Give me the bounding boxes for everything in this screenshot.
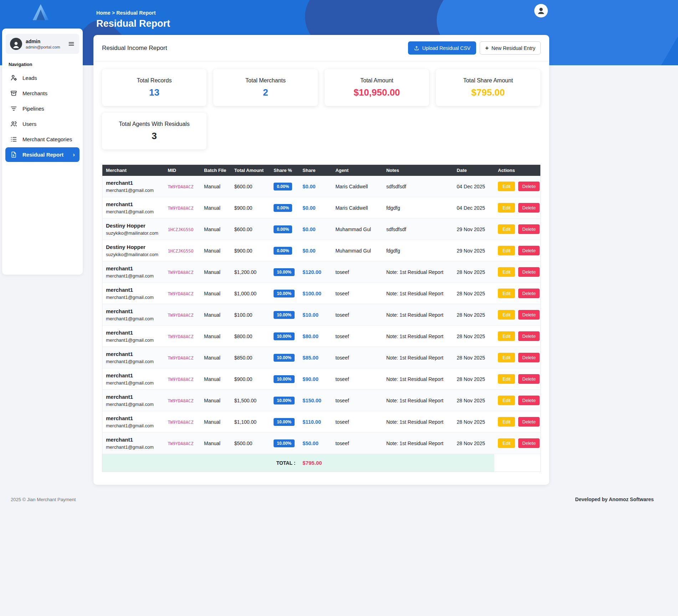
edit-button[interactable]: Edit (498, 417, 515, 427)
total-amount-cell: $850.00 (231, 347, 270, 368)
stat-label: Total Amount (360, 77, 393, 84)
users-icon (10, 120, 17, 128)
date-cell: 28 Nov 2025 (453, 368, 494, 390)
merchant-mid: 1HCZJKG5SO (168, 249, 193, 254)
notes-cell: sdfsdfsdf (383, 219, 453, 240)
delete-button[interactable]: Delete (518, 438, 540, 448)
date-cell: 29 Nov 2025 (453, 219, 494, 240)
batch-file-cell: Manual (200, 411, 231, 433)
merchant-mid: TW9YDA8ACZ (168, 184, 193, 189)
share-amount: $120.00 (302, 269, 321, 275)
table-row: merchant1 merchant1@gmail.com TW9YDA8ACZ… (102, 390, 540, 411)
share-amount: $85.00 (302, 355, 318, 361)
header-user-avatar[interactable] (534, 4, 548, 17)
share-amount: $80.00 (302, 334, 318, 339)
merchant-cell: merchant1 merchant1@gmail.com (102, 326, 164, 347)
merchant-email: suzykiko@mailinator.com (106, 230, 160, 236)
batch-file-cell: Manual (200, 304, 231, 326)
delete-button[interactable]: Delete (518, 289, 540, 298)
merchant-email: merchant1@gmail.com (106, 273, 160, 279)
share-amount: $0.00 (302, 226, 315, 232)
merchant-mid: TW9YDA8ACZ (168, 313, 193, 318)
upload-residual-csv-button[interactable]: Upload Residual CSV (408, 41, 476, 55)
delete-button[interactable]: Delete (518, 246, 540, 255)
edit-button[interactable]: Edit (498, 203, 515, 213)
share-amount: $0.00 (302, 248, 315, 254)
residual-table: MerchantMIDBatch FileTotal AmountShare %… (102, 165, 540, 472)
merchant-mid: TW9YDA8ACZ (168, 291, 193, 296)
delete-button[interactable]: Delete (518, 224, 540, 234)
total-amount-cell: $600.00 (231, 219, 270, 240)
share-percent-badge: 10.00% (274, 354, 295, 362)
sidebar-item-label: Pipelines (22, 105, 44, 112)
edit-button[interactable]: Edit (498, 438, 515, 448)
column-header: MID (164, 165, 200, 176)
edit-button[interactable]: Edit (498, 374, 515, 384)
edit-button[interactable]: Edit (498, 289, 515, 298)
stat-value: 2 (263, 87, 268, 98)
edit-button[interactable]: Edit (498, 353, 515, 362)
sidebar-item-residual-report[interactable]: $ Residual Report › (5, 147, 80, 162)
breadcrumb[interactable]: Home > Residual Report (96, 10, 170, 16)
stat-value: $795.00 (471, 87, 505, 98)
sidebar-item-leads[interactable]: Leads (5, 71, 80, 85)
edit-button[interactable]: Edit (498, 331, 515, 341)
delete-button[interactable]: Delete (518, 182, 540, 191)
delete-button[interactable]: Delete (518, 417, 540, 427)
hamburger-menu-icon[interactable] (68, 40, 75, 47)
total-amount-cell: $500.00 (231, 433, 270, 454)
edit-button[interactable]: Edit (498, 246, 515, 255)
merchants-icon (10, 90, 17, 97)
plus-icon: + (485, 45, 489, 51)
column-header: Batch File (200, 165, 231, 176)
column-header: Notes (383, 165, 453, 176)
agent-cell: Maris Caldwell (332, 197, 382, 219)
person-icon (11, 40, 21, 49)
merchant-cell: merchant1 merchant1@gmail.com (102, 283, 164, 304)
total-amount-cell: $800.00 (231, 326, 270, 347)
merchant-cell: merchant1 merchant1@gmail.com (102, 390, 164, 411)
agent-cell: Muhammad Gul (332, 219, 382, 240)
sidebar-item-users[interactable]: Users (5, 117, 80, 131)
delete-button[interactable]: Delete (518, 353, 540, 362)
table-row: merchant1 merchant1@gmail.com TW9YDA8ACZ… (102, 304, 540, 326)
share-percent-badge: 0.00% (274, 247, 292, 255)
merchant-email: merchant1@gmail.com (106, 209, 160, 214)
delete-button[interactable]: Delete (518, 396, 540, 405)
share-percent-badge: 10.00% (274, 332, 295, 340)
svg-text:$: $ (12, 154, 14, 157)
share-percent-badge: 10.00% (274, 311, 295, 319)
total-row: TOTAL : $795.00 (102, 454, 540, 472)
table-row: Destiny Hopper suzykiko@mailinator.com 1… (102, 219, 540, 240)
edit-button[interactable]: Edit (498, 182, 515, 191)
edit-button[interactable]: Edit (498, 224, 515, 234)
new-residual-entry-button[interactable]: + New Residual Entry (480, 41, 541, 55)
delete-button[interactable]: Delete (518, 203, 540, 213)
merchant-cell: merchant1 merchant1@gmail.com (102, 197, 164, 219)
merchant-mid: TW9YDA8ACZ (168, 270, 193, 275)
sidebar-item-merchant-categories[interactable]: Merchant Categories (5, 132, 80, 147)
app-logo (31, 3, 51, 24)
delete-button[interactable]: Delete (518, 310, 540, 320)
merchant-cell: merchant1 merchant1@gmail.com (102, 411, 164, 433)
delete-button[interactable]: Delete (518, 331, 540, 341)
sidebar-user-card: admin admin@portal.com (6, 34, 79, 54)
chevron-right-icon: › (73, 152, 75, 158)
column-header: Share (299, 165, 332, 176)
page-footer: 2025 © Jian Merchant Payment Developed b… (11, 497, 654, 502)
edit-button[interactable]: Edit (498, 310, 515, 320)
total-amount-cell: $1,200.00 (231, 261, 270, 283)
delete-button[interactable]: Delete (518, 374, 540, 384)
merchant-name: merchant1 (106, 201, 160, 207)
date-cell: 28 Nov 2025 (453, 411, 494, 433)
batch-file-cell: Manual (200, 261, 231, 283)
edit-button[interactable]: Edit (498, 267, 515, 277)
table-header-row: MerchantMIDBatch FileTotal AmountShare %… (102, 165, 540, 176)
edit-button[interactable]: Edit (498, 396, 515, 405)
sidebar-item-pipelines[interactable]: Pipelines (5, 101, 80, 116)
delete-button[interactable]: Delete (518, 267, 540, 277)
merchant-cell: Destiny Hopper suzykiko@mailinator.com (102, 240, 164, 261)
share-amount: $100.00 (302, 291, 321, 296)
table-row: merchant1 merchant1@gmail.com TW9YDA8ACZ… (102, 283, 540, 304)
sidebar-item-merchants[interactable]: Merchants (5, 86, 80, 101)
